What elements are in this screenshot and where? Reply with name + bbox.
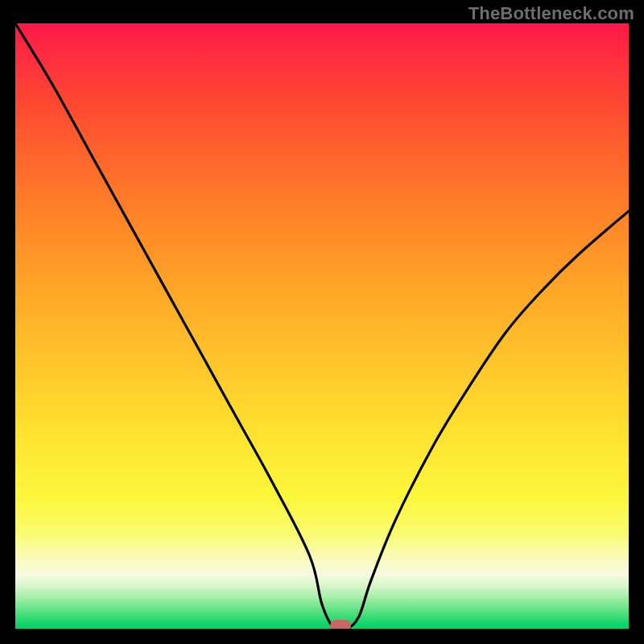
chart-frame: TheBottleneck.com (0, 0, 644, 644)
bottleneck-curve (15, 23, 629, 629)
attribution-label: TheBottleneck.com (469, 3, 634, 24)
minimum-marker (330, 620, 351, 629)
plot-area (15, 23, 629, 629)
